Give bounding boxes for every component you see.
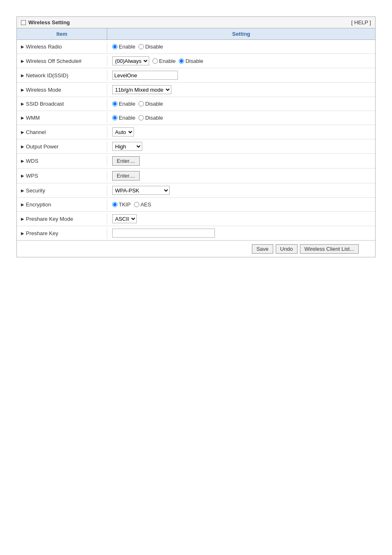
label-wireless-off-schedule: ▶ Wireless Off Schedule# — [17, 56, 107, 67]
radio-aes[interactable]: AES — [134, 201, 151, 208]
label-preshare-key-mode: ▶ Preshare Key Mode — [17, 213, 107, 224]
radio-disable-input[interactable] — [138, 44, 144, 49]
label-output-power: ▶ Output Power — [17, 141, 107, 152]
radio-group-encryption: TKIP AES — [112, 201, 151, 208]
radio-group-wireless-radio: Enable Disable — [112, 44, 163, 50]
table-header: Item Setting — [17, 28, 375, 40]
setting-ssid-broadcast: Enable Disable — [107, 98, 375, 109]
setting-output-power: High Medium Low — [107, 139, 375, 153]
row-encryption: ▶ Encryption TKIP AES — [17, 198, 375, 212]
radio-enable-wmm[interactable]: Enable — [112, 115, 135, 121]
setting-security: WPA-PSK None WEP WPA WPA2 WPA2-PSK — [107, 183, 375, 197]
arrow-icon: ▶ — [21, 188, 24, 193]
radio-tkip[interactable]: TKIP — [112, 201, 131, 208]
radio-enable-wmm-input[interactable] — [112, 115, 118, 120]
help-link[interactable]: [ HELP ] — [351, 19, 371, 25]
setting-wmm: Enable Disable — [107, 112, 375, 123]
label-network-id: ▶ Network ID(SSID) — [17, 70, 107, 81]
arrow-icon: ▶ — [21, 217, 24, 221]
arrow-icon: ▶ — [21, 173, 24, 178]
row-channel: ▶ Channel Auto 1 2 3 4 5 6 11 — [17, 125, 375, 139]
preshare-key-input[interactable] — [112, 229, 215, 238]
radio-disable-wmm-input[interactable] — [138, 115, 144, 120]
radio-enable-ssid[interactable]: Enable — [112, 101, 135, 107]
output-power-select[interactable]: High Medium Low — [112, 142, 142, 151]
arrow-icon: ▶ — [21, 116, 24, 120]
wireless-client-list-button[interactable]: Wireless Client List... — [300, 244, 359, 254]
radio-enable-input[interactable] — [112, 44, 118, 49]
security-select[interactable]: WPA-PSK None WEP WPA WPA2 WPA2-PSK — [112, 186, 170, 195]
wireless-setting-panel: Wireless Setting [ HELP ] Item Setting ▶… — [16, 16, 376, 257]
wds-enter-button[interactable]: Enter.... — [112, 156, 140, 166]
radio-disable-wireless-radio[interactable]: Disable — [138, 44, 163, 50]
channel-select[interactable]: Auto 1 2 3 4 5 6 11 — [112, 127, 134, 136]
row-wireless-off-schedule: ▶ Wireless Off Schedule# (00)Always Enab… — [17, 54, 375, 68]
page-wrapper: Wireless Setting [ HELP ] Item Setting ▶… — [0, 0, 392, 274]
radio-disable-schedule-input[interactable] — [179, 58, 184, 64]
arrow-icon: ▶ — [21, 159, 24, 163]
panel-title-icon — [21, 20, 26, 25]
column-setting-header: Setting — [107, 28, 375, 39]
setting-preshare-key — [107, 226, 375, 240]
radio-group-ssid: Enable Disable — [112, 101, 163, 107]
row-wireless-mode: ▶ Wireless Mode 11b/g/n Mixed mode 11b o… — [17, 83, 375, 97]
label-security: ▶ Security — [17, 185, 107, 196]
label-encryption: ▶ Encryption — [17, 199, 107, 210]
row-wds: ▶ WDS Enter.... — [17, 154, 375, 169]
arrow-icon: ▶ — [21, 73, 24, 78]
save-button[interactable]: Save — [252, 244, 273, 254]
arrow-icon: ▶ — [21, 202, 24, 207]
arrow-icon: ▶ — [21, 88, 24, 92]
setting-channel: Auto 1 2 3 4 5 6 11 — [107, 125, 375, 139]
panel-header: Wireless Setting [ HELP ] — [17, 17, 375, 28]
row-wmm: ▶ WMM Enable Disable — [17, 111, 375, 125]
radio-disable-schedule[interactable]: Disable — [179, 58, 203, 64]
arrow-icon: ▶ — [21, 102, 24, 106]
radio-disable-ssid[interactable]: Disable — [138, 101, 163, 107]
row-wps: ▶ WPS Enter.... — [17, 169, 375, 183]
radio-enable-wireless-radio[interactable]: Enable — [112, 44, 135, 50]
radio-group-wmm: Enable Disable — [112, 115, 163, 121]
radio-aes-input[interactable] — [134, 202, 139, 207]
schedule-select[interactable]: (00)Always — [112, 56, 149, 65]
row-preshare-key-mode: ▶ Preshare Key Mode ASCII HEX — [17, 212, 375, 226]
setting-wps: Enter.... — [107, 169, 375, 183]
setting-preshare-key-mode: ASCII HEX — [107, 212, 375, 226]
wps-enter-button[interactable]: Enter.... — [112, 171, 140, 180]
undo-button[interactable]: Undo — [276, 244, 297, 254]
setting-wireless-off-schedule: (00)Always Enable Disable — [107, 54, 375, 68]
arrow-icon: ▶ — [21, 59, 24, 63]
preshare-key-mode-select[interactable]: ASCII HEX — [112, 214, 137, 223]
radio-tkip-input[interactable] — [112, 202, 118, 207]
radio-disable-wmm[interactable]: Disable — [138, 115, 163, 121]
label-preshare-key: ▶ Preshare Key — [17, 228, 107, 239]
arrow-icon: ▶ — [21, 231, 24, 236]
panel-title: Wireless Setting — [21, 19, 70, 25]
arrow-icon: ▶ — [21, 144, 24, 149]
label-wireless-mode: ▶ Wireless Mode — [17, 84, 107, 95]
row-network-id: ▶ Network ID(SSID) — [17, 68, 375, 83]
column-item-header: Item — [17, 28, 107, 39]
radio-group-schedule: Enable Disable — [152, 58, 203, 64]
radio-enable-schedule[interactable]: Enable — [152, 58, 175, 64]
panel-title-text: Wireless Setting — [28, 19, 70, 25]
row-wireless-radio: ▶ Wireless Radio Enable Disable — [17, 40, 375, 54]
wireless-mode-select[interactable]: 11b/g/n Mixed mode 11b only 11g only 11n… — [112, 85, 171, 94]
network-id-input[interactable] — [112, 71, 178, 80]
setting-wireless-mode: 11b/g/n Mixed mode 11b only 11g only 11n… — [107, 83, 375, 97]
radio-enable-schedule-input[interactable] — [152, 58, 158, 64]
footer-row: Save Undo Wireless Client List... — [17, 240, 375, 257]
label-ssid-broadcast: ▶ SSID Broadcast — [17, 98, 107, 109]
arrow-icon: ▶ — [21, 130, 24, 134]
row-output-power: ▶ Output Power High Medium Low — [17, 139, 375, 154]
radio-disable-ssid-input[interactable] — [138, 101, 144, 106]
setting-encryption: TKIP AES — [107, 199, 375, 210]
row-ssid-broadcast: ▶ SSID Broadcast Enable Disable — [17, 97, 375, 111]
setting-wireless-radio: Enable Disable — [107, 41, 375, 52]
row-preshare-key: ▶ Preshare Key — [17, 226, 375, 240]
radio-enable-ssid-input[interactable] — [112, 101, 118, 106]
setting-wds: Enter.... — [107, 154, 375, 168]
label-wds: ▶ WDS — [17, 155, 107, 166]
row-security: ▶ Security WPA-PSK None WEP WPA WPA2 WPA… — [17, 183, 375, 198]
arrow-icon: ▶ — [21, 44, 24, 49]
